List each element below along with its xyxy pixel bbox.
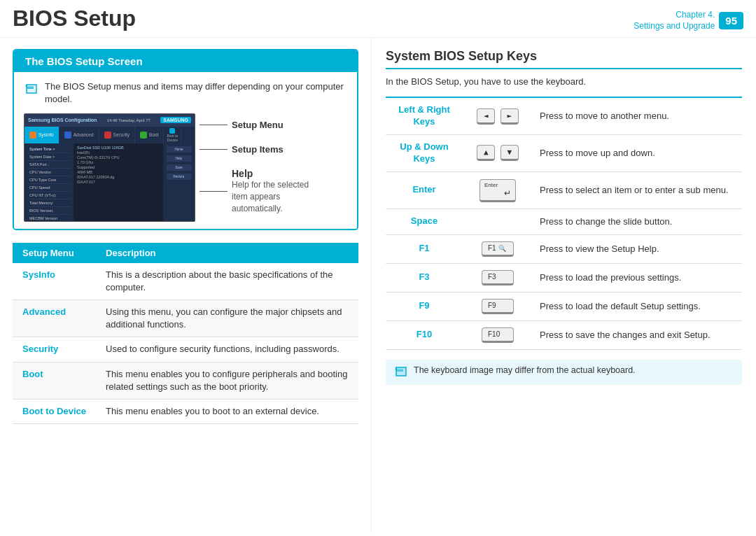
- table-col-desc: Description: [96, 243, 358, 263]
- table-cell-menu: SysInfo: [13, 263, 96, 300]
- setup-items-label-row: Setup Items: [200, 144, 316, 155]
- key-icon-cell: F10: [463, 320, 533, 349]
- table-row: SysInfoThis is a description about the b…: [13, 263, 358, 300]
- help-label: Help: [232, 168, 316, 179]
- key-desc-cell: Press to view the Setup Help.: [533, 234, 742, 263]
- setup-menu-label: Setup Menu: [232, 120, 284, 130]
- key-name-cell: Enter: [386, 171, 463, 209]
- table-row: SecurityUsed to configure security funct…: [13, 337, 358, 362]
- right-arrow-key: ►: [500, 108, 519, 125]
- setup-items-label: Setup Items: [232, 144, 284, 155]
- right-section-title: System BIOS Setup Keys: [386, 49, 742, 69]
- key-name-cell: F10: [386, 320, 463, 349]
- table-row: Boot to DeviceThis menu enables you to b…: [13, 399, 358, 423]
- key-desc-cell: Press to move to another menu.: [533, 97, 742, 134]
- keys-table-row: Up & DownKeys▲ ▼Press to move up and dow…: [386, 134, 742, 171]
- bottom-note-text: The keyboard image may differ from the a…: [414, 365, 636, 375]
- table-cell-menu: Security: [13, 337, 96, 362]
- main-content: The BIOS Setup Screen The BIOS Setup men…: [0, 38, 756, 533]
- key-icon-cell: ▲ ▼: [463, 134, 533, 171]
- key-name-cell: F9: [386, 292, 463, 320]
- keys-table-row: F9F9Press to load the default Setup sett…: [386, 292, 742, 320]
- key-desc-cell: Press to load the default Setup settings…: [533, 292, 742, 320]
- up-arrow-key: ▲: [477, 145, 495, 161]
- key-name-cell: Left & RightKeys: [386, 97, 463, 134]
- key-desc-cell: Press to select an item or to enter a su…: [533, 171, 742, 209]
- key-desc-cell: Press to load the previous settings.: [533, 263, 742, 292]
- key-name-cell: F1: [386, 234, 463, 263]
- key-name-cell: Space: [386, 209, 463, 234]
- note-icon: [24, 82, 39, 97]
- key-name-cell: F3: [386, 263, 463, 292]
- f9-key: F9: [482, 299, 514, 314]
- table-cell-desc: This menu enables you to boot to an exte…: [96, 399, 358, 423]
- bios-labels: Setup Menu Setup Items: [195, 113, 316, 222]
- keys-table-row: F10F10Press to save the changes and exit…: [386, 320, 742, 349]
- f3-key: F3: [482, 270, 514, 285]
- f10-key: F10: [482, 327, 514, 343]
- right-intro: In the BIOS Setup, you have to use the k…: [386, 76, 742, 87]
- bios-screenshot: Samsung BIOS Configuration 14:46 Tuesday…: [24, 113, 195, 222]
- key-icon-cell: ◄ ►: [463, 97, 533, 134]
- down-arrow-key: ▼: [500, 145, 519, 161]
- table-cell-menu: Boot: [13, 362, 96, 399]
- f1-key: F1 🔍: [482, 241, 514, 257]
- table-cell-menu: Advanced: [13, 299, 96, 337]
- key-desc-cell: Press to move up and down.: [533, 134, 742, 171]
- left-arrow-key: ◄: [477, 108, 495, 125]
- keys-table-row: Left & RightKeys◄ ►Press to move to anot…: [386, 97, 742, 134]
- table-col-menu: Setup Menu: [13, 243, 96, 263]
- chapter-info: Chapter 4. Settings and Upgrade 95: [634, 10, 743, 31]
- help-desc: Help for the selected item appears autom…: [232, 179, 316, 214]
- keys-table-row: Enter Enter ↵ Press to select an item or…: [386, 171, 742, 209]
- page-number: 95: [719, 12, 743, 29]
- bios-note: The BIOS Setup menus and items may diffe…: [24, 80, 347, 106]
- table-row: AdvancedUsing this menu, you can configu…: [13, 299, 358, 337]
- table-cell-desc: Used to configure security functions, in…: [96, 337, 358, 362]
- keys-table: Left & RightKeys◄ ►Press to move to anot…: [386, 97, 742, 350]
- chapter-text: Chapter 4. Settings and Upgrade: [634, 10, 715, 31]
- page-title: BIOS Setup: [13, 7, 136, 29]
- table-cell-desc: Using this menu, you can configure the m…: [96, 299, 358, 337]
- key-name-cell: Up & DownKeys: [386, 134, 463, 171]
- left-column: The BIOS Setup Screen The BIOS Setup men…: [0, 38, 371, 533]
- table-cell-desc: This is a description about the basic sp…: [96, 263, 358, 300]
- bottom-note: The keyboard image may differ from the a…: [386, 360, 742, 385]
- key-desc-cell: Press to save the changes and exit Setup…: [533, 320, 742, 349]
- key-icon-cell: F1 🔍: [463, 234, 533, 263]
- bottom-note-icon: [394, 365, 408, 379]
- keys-table-row: F3F3Press to load the previous settings.: [386, 263, 742, 292]
- setup-menu-label-row: Setup Menu: [200, 120, 316, 130]
- key-icon-cell: [463, 209, 533, 234]
- bios-screen-body: The BIOS Setup menus and items may diffe…: [14, 72, 357, 228]
- keys-table-row: F1F1 🔍Press to view the Setup Help.: [386, 234, 742, 263]
- bios-note-text: The BIOS Setup menus and items may diffe…: [45, 80, 347, 106]
- key-icon-cell: F3: [463, 263, 533, 292]
- page-header: BIOS Setup Chapter 4. Settings and Upgra…: [0, 0, 756, 38]
- right-column: System BIOS Setup Keys In the BIOS Setup…: [371, 38, 756, 533]
- enter-key: Enter ↵: [479, 179, 516, 202]
- setup-menu-table: Setup Menu Description SysInfoThis is a …: [13, 243, 358, 425]
- key-icon-cell: F9: [463, 292, 533, 320]
- table-cell-desc: This menu enables you to configure perip…: [96, 362, 358, 399]
- keys-table-row: SpacePress to change the slide button.: [386, 209, 742, 234]
- key-desc-cell: Press to change the slide button.: [533, 209, 742, 234]
- bios-screen-title: The BIOS Setup Screen: [14, 50, 357, 72]
- bios-screen-section: The BIOS Setup Screen The BIOS Setup men…: [13, 49, 358, 230]
- table-row: BootThis menu enables you to configure p…: [13, 362, 358, 399]
- help-label-row: Help Help for the selected item appears …: [200, 168, 316, 214]
- table-cell-menu: Boot to Device: [13, 399, 96, 423]
- bios-screenshot-area: Samsung BIOS Configuration 14:46 Tuesday…: [24, 113, 347, 222]
- key-icon-cell: Enter ↵: [463, 171, 533, 209]
